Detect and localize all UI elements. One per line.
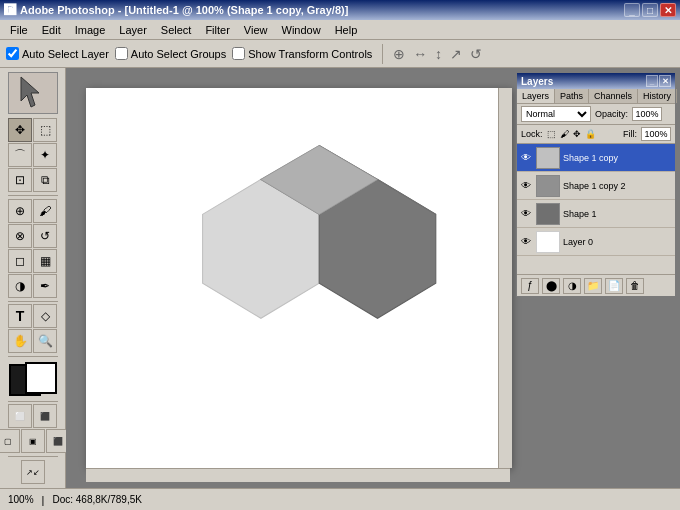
layer-visibility-toggle[interactable]: 👁: [519, 151, 533, 165]
magic-wand-tool[interactable]: ✦: [33, 143, 57, 167]
layer-name: Shape 1: [563, 209, 673, 219]
add-mask-button[interactable]: ⬤: [542, 278, 560, 294]
screen-mode-1[interactable]: ▢: [0, 429, 20, 453]
menu-bar: File Edit Image Layer Select Filter View…: [0, 20, 680, 40]
gradient-tool[interactable]: ▦: [33, 249, 57, 273]
lock-image-icon[interactable]: 🖌: [560, 129, 569, 139]
panel-title-buttons: _ ✕: [646, 75, 671, 87]
layer-visibility-toggle[interactable]: 👁: [519, 179, 533, 193]
panel-close-button[interactable]: ✕: [659, 75, 671, 87]
fill-input[interactable]: [641, 127, 671, 141]
slice-tool[interactable]: ⧉: [33, 168, 57, 192]
fill-label: Fill:: [623, 129, 637, 139]
layer-visibility-toggle[interactable]: 👁: [519, 235, 533, 249]
tool-separator-5: [8, 456, 58, 457]
tool-separator-3: [8, 356, 58, 357]
auto-select-groups-checkbox[interactable]: [115, 47, 128, 60]
new-fill-layer-button[interactable]: ◑: [563, 278, 581, 294]
color-swatch: [9, 364, 57, 394]
layer-thumbnail: [536, 175, 560, 197]
menu-select[interactable]: Select: [155, 22, 198, 38]
menu-view[interactable]: View: [238, 22, 274, 38]
blend-mode-select[interactable]: Normal: [521, 106, 591, 122]
heal-tool[interactable]: ⊕: [8, 199, 32, 223]
delete-layer-button[interactable]: 🗑: [626, 278, 644, 294]
tool-row-2: ⌒ ✦: [8, 143, 57, 167]
menu-image[interactable]: Image: [69, 22, 112, 38]
lock-position-icon[interactable]: ✥: [573, 129, 581, 139]
pen-tool[interactable]: ✒: [33, 274, 57, 298]
background-color[interactable]: [25, 362, 57, 394]
menu-layer[interactable]: Layer: [113, 22, 153, 38]
screen-mode-2[interactable]: ▣: [21, 429, 45, 453]
tool-separator-1: [8, 195, 58, 196]
new-layer-button[interactable]: 📄: [605, 278, 623, 294]
tab-history[interactable]: History: [638, 89, 677, 103]
layer-thumbnail: [536, 147, 560, 169]
stamp-tool[interactable]: ⊗: [8, 224, 32, 248]
layer-item[interactable]: 👁 Shape 1 copy 2: [517, 172, 675, 200]
lasso-tool[interactable]: ⌒: [8, 143, 32, 167]
opacity-input[interactable]: [632, 107, 662, 121]
menu-edit[interactable]: Edit: [36, 22, 67, 38]
vertical-scrollbar[interactable]: [498, 88, 512, 468]
tab-paths[interactable]: Paths: [555, 89, 589, 103]
panel-minimize-button[interactable]: _: [646, 75, 658, 87]
show-transform-controls-checkbox[interactable]: [232, 47, 245, 60]
window-title: Adobe Photoshop - [Untitled-1 @ 100% (Sh…: [20, 4, 348, 16]
tab-channels[interactable]: Channels: [589, 89, 638, 103]
options-bar: Auto Select Layer Auto Select Groups Sho…: [0, 40, 680, 68]
maximize-button[interactable]: □: [642, 3, 658, 17]
quick-mask[interactable]: ⬛: [33, 404, 57, 428]
horizontal-scrollbar[interactable]: [86, 468, 510, 482]
auto-select-layer-label[interactable]: Auto Select Layer: [6, 47, 109, 60]
title-bar-left: 🅿 Adobe Photoshop - [Untitled-1 @ 100% (…: [4, 3, 348, 17]
type-tool[interactable]: T: [8, 304, 32, 328]
select-rect-tool[interactable]: ⬚: [33, 118, 57, 142]
standard-mode[interactable]: ⬜: [8, 404, 32, 428]
auto-select-layer-checkbox[interactable]: [6, 47, 19, 60]
move-tool[interactable]: ✥: [8, 118, 32, 142]
lock-all-icon[interactable]: 🔒: [585, 129, 596, 139]
zoom-level: 100%: [8, 494, 34, 505]
tool-row-1: ✥ ⬚: [8, 118, 57, 142]
panel-bottom-bar: ƒ ⬤ ◑ 📁 📄 🗑: [517, 274, 675, 296]
lock-row: Lock: ⬚ 🖌 ✥ 🔒 Fill:: [517, 125, 675, 144]
options-divider: [382, 44, 383, 64]
eraser-tool[interactable]: ◻: [8, 249, 32, 273]
layer-name: Layer 0: [563, 237, 673, 247]
crop-tool[interactable]: ⊡: [8, 168, 32, 192]
new-group-button[interactable]: 📁: [584, 278, 602, 294]
menu-window[interactable]: Window: [276, 22, 327, 38]
hand-tool[interactable]: ✋: [8, 329, 32, 353]
zoom-tool[interactable]: 🔍: [33, 329, 57, 353]
show-transform-controls-label[interactable]: Show Transform Controls: [232, 47, 372, 60]
layer-name: Shape 1 copy: [563, 153, 673, 163]
layers-panel: Layers _ ✕ Layers Paths Channels History…: [516, 72, 676, 297]
auto-select-groups-label[interactable]: Auto Select Groups: [115, 47, 226, 60]
menu-filter[interactable]: Filter: [199, 22, 235, 38]
layer-item[interactable]: 👁 Shape 1 copy: [517, 144, 675, 172]
tool-row-screen: ▢ ▣ ⬛: [0, 429, 70, 453]
layer-visibility-toggle[interactable]: 👁: [519, 207, 533, 221]
tool-row-8: T ◇: [8, 304, 57, 328]
minimize-button[interactable]: _: [624, 3, 640, 17]
shape-tool[interactable]: ◇: [33, 304, 57, 328]
menu-help[interactable]: Help: [329, 22, 364, 38]
close-button[interactable]: ✕: [660, 3, 676, 17]
menu-file[interactable]: File: [4, 22, 34, 38]
extras-tool[interactable]: ↗↙: [21, 460, 45, 484]
history-brush-tool[interactable]: ↺: [33, 224, 57, 248]
lock-transparency-icon[interactable]: ⬚: [547, 129, 556, 139]
layer-item[interactable]: 👁 Layer 0: [517, 228, 675, 256]
app-icon: 🅿: [4, 3, 16, 17]
tab-layers[interactable]: Layers: [517, 89, 555, 103]
tool-row-mask: ⬜ ⬛: [8, 404, 57, 428]
layer-item[interactable]: 👁 Shape 1: [517, 200, 675, 228]
panel-title-bar: Layers _ ✕: [517, 73, 675, 89]
brush-tool[interactable]: 🖌: [33, 199, 57, 223]
canvas-inner: [86, 88, 510, 468]
canvas-area[interactable]: Layers _ ✕ Layers Paths Channels History…: [66, 68, 680, 488]
dodge-tool[interactable]: ◑: [8, 274, 32, 298]
add-style-button[interactable]: ƒ: [521, 278, 539, 294]
